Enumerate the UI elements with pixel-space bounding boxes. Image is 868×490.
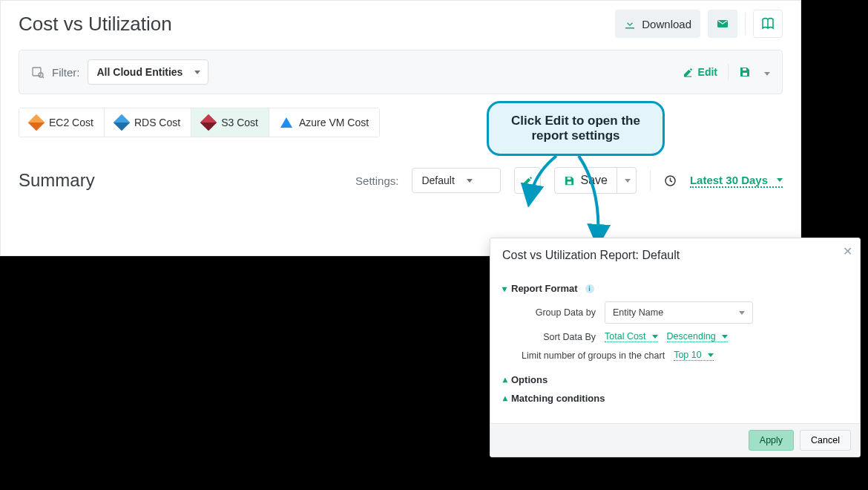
tab-s3-cost[interactable]: S3 Cost [191, 108, 269, 137]
download-icon [624, 18, 636, 30]
entity-select[interactable]: All Cloud Entities [88, 59, 209, 85]
chevron-right-icon: ▸ [499, 396, 510, 401]
callout-arrow-1 [519, 151, 579, 211]
settings-select[interactable]: Default [412, 168, 501, 193]
dialog-title-name: Default [642, 249, 680, 261]
close-icon: ✕ [843, 245, 852, 258]
section-report-format[interactable]: ▾ Report Format i [502, 283, 848, 294]
limit-select[interactable]: Top 10 [674, 350, 714, 361]
dialog-title-prefix: Cost vs Utilization Report: [502, 249, 642, 261]
row-limit: Limit number of groups in the chart Top … [522, 350, 848, 361]
chevron-right-icon: ▸ [499, 378, 510, 382]
tab-label: S3 Cost [221, 117, 258, 128]
edit-label: Edit [698, 66, 717, 78]
summary-title: Summary [19, 170, 95, 191]
section-title: Matching conditions [511, 393, 605, 404]
tab-ec2-cost[interactable]: EC2 Cost [19, 108, 105, 137]
help-callout: Click Edit to open the report settings [487, 101, 665, 156]
apply-button[interactable]: Apply [749, 430, 794, 451]
filter-label: Filter: [52, 66, 80, 79]
aws-s3-icon [202, 116, 215, 129]
group-by-select[interactable]: Entity Name [605, 301, 753, 324]
header-actions: Download [615, 10, 783, 38]
report-settings-dialog: Cost vs Utilization Report: Default ✕ ▾ … [490, 238, 861, 457]
group-by-value: Entity Name [613, 307, 663, 318]
chevron-down-icon: ▾ [502, 284, 507, 294]
filter-right: Edit [683, 64, 770, 80]
tab-label: RDS Cost [134, 117, 180, 128]
separator [650, 170, 651, 191]
tab-azure-vm-cost[interactable]: Azure VM Cost [269, 108, 379, 137]
filter-left: Filter: All Cloud Entities [31, 59, 208, 85]
save-icon-button[interactable] [739, 66, 751, 78]
email-report-button[interactable] [708, 10, 737, 38]
dialog-body: ▾ Report Format i Group Data by Entity N… [490, 270, 860, 423]
section-title: Report Format [511, 283, 578, 294]
cost-tabs: EC2 Cost RDS Cost S3 Cost Azure VM Cost [19, 108, 380, 137]
clock-icon [664, 174, 677, 187]
pencil-square-icon [683, 67, 694, 78]
tab-label: EC2 Cost [49, 117, 93, 128]
tab-rds-cost[interactable]: RDS Cost [105, 108, 191, 137]
row-group-by: Group Data by Entity Name [522, 301, 848, 324]
dialog-close-button[interactable]: ✕ [843, 244, 852, 258]
download-button[interactable]: Download [615, 10, 700, 38]
section-title: Options [511, 374, 548, 385]
date-range-picker[interactable]: Latest 30 Days [690, 174, 783, 188]
docs-button[interactable] [753, 10, 783, 38]
dialog-footer: Apply Cancel [490, 423, 860, 457]
edit-report-link[interactable]: Edit [683, 66, 717, 78]
azure-icon [280, 116, 293, 129]
row-sort-by: Sort Data By Total Cost Descending [522, 331, 848, 342]
aws-ec2-icon [30, 116, 43, 129]
download-label: Download [642, 18, 691, 30]
save-menu-caret[interactable] [761, 65, 770, 79]
separator [745, 13, 746, 35]
section-options[interactable]: ▸ Options [502, 374, 848, 385]
mail-icon [716, 17, 729, 30]
date-range-label: Latest 30 Days [690, 174, 768, 186]
callout-arrow-2 [571, 151, 631, 248]
settings-label: Settings: [355, 174, 398, 187]
cancel-label: Cancel [811, 435, 840, 445]
settings-value: Default [421, 174, 454, 186]
limit-label: Limit number of groups in the chart [522, 350, 665, 361]
entity-select-value: All Cloud Entities [97, 66, 183, 78]
summary-row: Summary Settings: Default Save Latest 30 [19, 167, 783, 194]
filter-bar: Filter: All Cloud Entities Edit [19, 50, 783, 94]
page-title: Cost vs Utilization [19, 13, 172, 36]
svg-rect-1 [33, 68, 41, 76]
aws-rds-icon [115, 116, 128, 129]
sort-by-label: Sort Data By [522, 332, 596, 342]
info-icon[interactable]: i [585, 284, 594, 293]
book-icon [760, 17, 775, 30]
apply-label: Apply [760, 435, 783, 445]
cancel-button[interactable]: Cancel [800, 430, 851, 451]
sort-field-select[interactable]: Total Cost [605, 331, 658, 342]
tab-label: Azure VM Cost [299, 117, 369, 128]
sort-field-value: Total Cost [605, 331, 646, 342]
section-matching-conditions[interactable]: ▸ Matching conditions [502, 393, 848, 404]
group-by-label: Group Data by [522, 307, 596, 318]
limit-value: Top 10 [674, 350, 702, 360]
filter-icon [31, 65, 45, 79]
header: Cost vs Utilization Download [1, 1, 800, 44]
svg-line-3 [42, 76, 44, 78]
sort-direction-value: Descending [667, 331, 716, 342]
app-frame: Cost vs Utilization Download [0, 0, 801, 256]
callout-text: Click Edit to open the report settings [511, 114, 640, 143]
dialog-header: Cost vs Utilization Report: Default ✕ [490, 238, 860, 270]
separator [728, 64, 729, 80]
sort-direction-select[interactable]: Descending [667, 331, 728, 342]
